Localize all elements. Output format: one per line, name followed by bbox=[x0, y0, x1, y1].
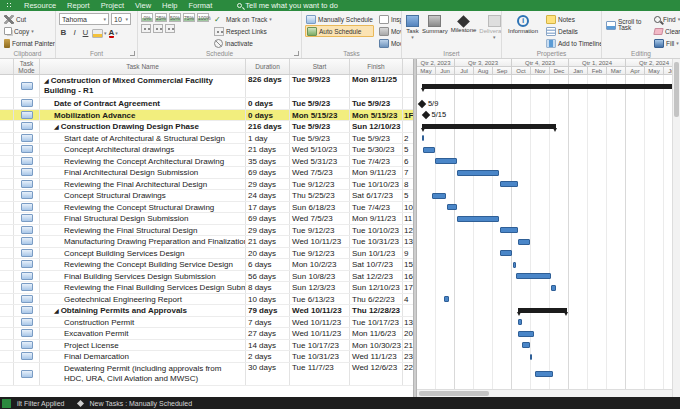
table-row[interactable]: Concept Structural Drawings24 daysThu 5/… bbox=[0, 190, 413, 202]
finish-cell[interactable]: Sun 12/10/23 bbox=[350, 121, 403, 132]
task-mode-cell[interactable] bbox=[14, 225, 40, 236]
timescale-quarter[interactable]: Qtr 2, 2023 bbox=[417, 59, 455, 67]
start-cell[interactable]: Sun 6/18/23 bbox=[290, 202, 350, 213]
task-mode-cell[interactable] bbox=[14, 202, 40, 213]
task-mode-cell[interactable] bbox=[14, 144, 40, 155]
task-mode-cell[interactable] bbox=[14, 248, 40, 259]
tab-report[interactable]: Report bbox=[67, 0, 90, 11]
start-cell[interactable]: Tue 11/7/23 bbox=[290, 363, 350, 385]
table-row[interactable]: Date of Contract Agreement0 daysTue 5/9/… bbox=[0, 98, 413, 110]
row-indicator-cell[interactable] bbox=[0, 328, 14, 339]
task-bar[interactable] bbox=[422, 135, 424, 141]
predecessors-cell[interactable]: 9 bbox=[403, 248, 413, 259]
insert-task-button[interactable]: Task▾ bbox=[405, 13, 420, 48]
table-row[interactable]: Reviewing the Concept Building Service D… bbox=[0, 259, 413, 271]
row-indicator-cell[interactable] bbox=[0, 167, 14, 178]
predecessors-cell[interactable]: 1FS bbox=[403, 110, 413, 121]
copy-button[interactable]: Copy▾ bbox=[3, 25, 53, 37]
row-indicator-cell[interactable] bbox=[0, 294, 14, 305]
gantt-chart-body[interactable]: 5/95/15 bbox=[417, 75, 672, 397]
table-row[interactable]: Mobilization Advance0 daysMon 5/15/23Mon… bbox=[0, 110, 413, 122]
duration-cell[interactable]: 56 days bbox=[246, 271, 290, 282]
finish-cell[interactable]: Tue 5/30/23 bbox=[350, 144, 403, 155]
finish-cell[interactable]: Mon 9/11/23 bbox=[350, 167, 403, 178]
font-color-button[interactable]: A▾ bbox=[109, 29, 118, 38]
start-cell[interactable]: Wed 5/10/23 bbox=[290, 144, 350, 155]
row-indicator-cell[interactable] bbox=[0, 121, 14, 132]
start-cell[interactable]: Tue 10/17/23 bbox=[290, 340, 350, 351]
table-row[interactable]: Final Building Services Design Submissio… bbox=[0, 271, 413, 283]
task-mode-cell[interactable] bbox=[14, 213, 40, 224]
table-row[interactable]: Construction Permit7 daysWed 10/11/23Tue… bbox=[0, 317, 413, 329]
table-row[interactable]: Reviewing the Final Architectural Design… bbox=[0, 179, 413, 191]
task-bar[interactable] bbox=[518, 239, 530, 245]
task-name-cell[interactable]: Excavation Permit bbox=[40, 328, 246, 339]
duration-cell[interactable]: 69 days bbox=[246, 167, 290, 178]
table-row[interactable]: Reviewing the Final Building Services De… bbox=[0, 282, 413, 294]
task-name-cell[interactable]: Construction Permit bbox=[40, 317, 246, 328]
start-cell[interactable]: Tue 5/9/23 bbox=[290, 121, 350, 132]
background-color-button[interactable]: ▾ bbox=[92, 29, 107, 38]
duration-cell[interactable]: 0 days bbox=[246, 98, 290, 109]
row-indicator-cell[interactable] bbox=[0, 340, 14, 351]
tab-project[interactable]: Project bbox=[101, 0, 124, 11]
start-cell[interactable]: Tue 9/12/23 bbox=[290, 248, 350, 259]
summary-bar[interactable] bbox=[422, 124, 556, 129]
task-bar[interactable] bbox=[513, 262, 516, 268]
finish-cell[interactable]: Tue 7/4/23 bbox=[350, 202, 403, 213]
start-cell[interactable]: Thu 5/25/23 bbox=[290, 190, 350, 201]
task-mode-cell[interactable] bbox=[14, 110, 40, 121]
duration-cell[interactable]: 7 days bbox=[246, 317, 290, 328]
task-name-cell[interactable]: Concept Building Services Design bbox=[40, 248, 246, 259]
duration-cell[interactable]: 24 days bbox=[246, 190, 290, 201]
information-button[interactable]: Information bbox=[505, 13, 541, 34]
row-indicator-cell[interactable] bbox=[0, 202, 14, 213]
task-mode-cell[interactable] bbox=[14, 179, 40, 190]
row-indicator-cell[interactable] bbox=[0, 179, 14, 190]
predecessors-cell[interactable]: 5 bbox=[403, 190, 413, 201]
predecessors-cell[interactable] bbox=[403, 121, 413, 132]
finish-cell[interactable]: Tue 10/10/23 bbox=[350, 179, 403, 190]
percent-complete-25-button[interactable]: 25% bbox=[155, 13, 167, 22]
timescale-month[interactable]: May bbox=[645, 67, 664, 75]
task-bar[interactable] bbox=[522, 342, 530, 348]
expand-collapse-icon[interactable]: ◢ bbox=[44, 76, 49, 86]
task-name-column-header[interactable]: Task Name bbox=[40, 59, 246, 74]
duration-cell[interactable]: 29 days bbox=[246, 179, 290, 190]
horizontal-scrollbar[interactable] bbox=[417, 389, 672, 397]
timescale-month[interactable]: Oct bbox=[512, 67, 531, 75]
task-name-cell[interactable]: Reviewing the Concept Architectural Draw… bbox=[40, 156, 246, 167]
duration-cell[interactable]: 10 days bbox=[246, 294, 290, 305]
row-indicator-cell[interactable] bbox=[0, 248, 14, 259]
start-cell[interactable]: Wed 10/11/23 bbox=[290, 328, 350, 339]
schedule-dialog-launcher[interactable] bbox=[294, 51, 299, 56]
table-row[interactable]: ◢Construction Drawing Design Phase216 da… bbox=[0, 121, 413, 133]
predecessors-cell[interactable]: 7 bbox=[403, 167, 413, 178]
manually-schedule-button[interactable]: Manually Schedule bbox=[305, 13, 374, 25]
percent-complete-100-button[interactable]: 100% bbox=[197, 13, 209, 22]
task-name-cell[interactable]: Reviewing the Concept Structural Drawing bbox=[40, 202, 246, 213]
unlink-tasks-icon[interactable] bbox=[153, 24, 163, 33]
duration-cell[interactable]: 79 days bbox=[246, 305, 290, 316]
start-cell[interactable]: Wed 10/11/23 bbox=[290, 317, 350, 328]
timescale-quarter[interactable]: Qtr 1, 2024 bbox=[569, 59, 626, 67]
duration-cell[interactable]: 27 days bbox=[246, 328, 290, 339]
font-name-select[interactable]: Tahoma▾ bbox=[59, 13, 109, 25]
duration-cell[interactable]: 69 days bbox=[246, 213, 290, 224]
font-size-select[interactable]: 10▾ bbox=[111, 13, 131, 25]
task-bar[interactable] bbox=[423, 147, 435, 153]
link-tasks-icon[interactable] bbox=[141, 24, 151, 33]
timescale-quarter[interactable]: Qtr 2, 2024 bbox=[626, 59, 672, 67]
task-mode-cell[interactable] bbox=[14, 121, 40, 132]
duration-cell[interactable]: 17 days bbox=[246, 202, 290, 213]
timescale-month[interactable]: Jul bbox=[455, 67, 474, 75]
predecessors-cell[interactable]: 17 bbox=[403, 282, 413, 293]
task-bar[interactable] bbox=[516, 273, 550, 279]
underline-button[interactable]: U bbox=[81, 27, 90, 39]
predecessors-cell[interactable]: 2 bbox=[403, 133, 413, 144]
task-name-cell[interactable]: Final Demarcation bbox=[40, 351, 246, 362]
predecessors-cell[interactable]: 22 bbox=[403, 363, 413, 385]
new-tasks-status[interactable]: New Tasks : Manually Scheduled bbox=[89, 400, 192, 407]
task-name-cell[interactable]: Geotechnical Engineering Report bbox=[40, 294, 246, 305]
task-mode-cell[interactable] bbox=[14, 294, 40, 305]
